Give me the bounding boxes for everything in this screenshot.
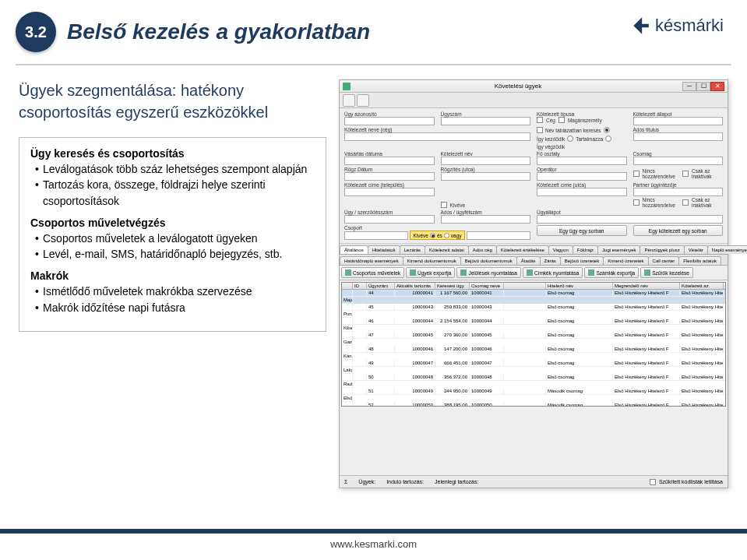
table-row[interactable]: 4710000045270 360,0010000045Első csomagE… (342, 332, 725, 346)
action-button[interactable]: Csoportos műveletek (341, 267, 404, 278)
table-row[interactable]: 5210000050388 195,0010000050Második csom… (342, 402, 725, 407)
input-kotcimu[interactable] (537, 188, 627, 196)
column-header[interactable] (342, 283, 353, 289)
action-button[interactable]: Számlák exportja (584, 267, 639, 278)
radio-es[interactable] (430, 233, 435, 238)
btn-egykotsor[interactable]: Egy kötelezett egy sorban (633, 225, 724, 236)
column-header[interactable]: Csomag neve (470, 283, 504, 289)
tab[interactable]: Határidőnapló események (340, 256, 403, 265)
radio-tartalmaz[interactable] (567, 136, 573, 142)
radio-vagy[interactable] (444, 233, 449, 238)
input-ugyazonosito[interactable] (344, 117, 435, 125)
input-kot-allapot[interactable] (633, 117, 724, 125)
action-button[interactable]: Jelölések nyomtatása (456, 267, 521, 278)
tab[interactable]: Kötelezett adatai (425, 245, 469, 254)
column-header[interactable]: Hitelező név (546, 283, 613, 289)
input-rogzalk[interactable] (441, 172, 531, 181)
tab[interactable]: Vagyon (548, 245, 573, 254)
table-cell: Első csomag (546, 374, 613, 381)
table-row[interactable]: 4510000043250 833,0010000043Első csomagE… (342, 304, 725, 318)
table-row[interactable]: 5010000048356 372,0010000048Első csomagE… (342, 374, 725, 388)
column-header[interactable]: Aktuális tartozás (395, 283, 435, 289)
table-row[interactable]: 5110000049244 950,0010000049Második csom… (342, 388, 725, 402)
checkbox-csakin2[interactable] (682, 199, 689, 206)
tab[interactable]: Kötelezett értékelése (496, 245, 549, 254)
column-header[interactable]: Kötelezett neve (724, 283, 726, 289)
table-cell: Első Hiszékeny Hitelező F (613, 304, 680, 311)
table-row[interactable]: 46100000442 154 554,0010000044Első csoma… (342, 318, 725, 332)
maximize-button[interactable]: ☐ (696, 82, 710, 91)
tab[interactable]: Flexibilis adatok (678, 256, 721, 265)
column-header[interactable]: Kötelezett az. (680, 283, 724, 289)
tab[interactable]: Bejövő dokumentumok (460, 256, 517, 265)
tab[interactable]: Pénzügyek plusz (640, 245, 684, 254)
radio-igyveg[interactable] (605, 136, 611, 142)
input-ugyszerz[interactable] (344, 215, 435, 224)
column-header[interactable]: Keresési ügy (435, 283, 470, 289)
input-vasdatum[interactable] (344, 157, 435, 165)
action-button[interactable]: Szűrők kezelése (640, 267, 693, 278)
tab[interactable]: Hiteladatok (368, 245, 400, 254)
table-row[interactable]: 4910000047666 451,0010000047Első csomagE… (342, 360, 725, 374)
table-cell (504, 374, 546, 381)
box-list: Leválogatások több száz lehetséges szemp… (30, 161, 315, 209)
tab[interactable]: Általános (340, 245, 368, 254)
tab[interactable]: Földrajz (573, 245, 598, 254)
checkbox-nincshozz[interactable] (633, 171, 640, 177)
tab[interactable]: Lezárás (400, 245, 425, 254)
toolbar-button[interactable] (357, 94, 369, 107)
input-csoport2[interactable] (467, 231, 530, 240)
input-kotnev[interactable] (344, 132, 530, 141)
input-ugyszam[interactable] (441, 117, 531, 125)
table-cell: Kandúr Barnabás (342, 353, 353, 360)
table-cell (353, 402, 367, 407)
checkbox-nincshozz2[interactable] (633, 199, 640, 206)
toolbar-button[interactable] (343, 94, 355, 107)
checkbox-magansz[interactable] (558, 117, 565, 123)
input-kotcimt[interactable] (344, 188, 435, 196)
checkbox-nevtabl[interactable] (537, 127, 543, 133)
table-row[interactable]: 44100000411 167 560,0010000041Első csoma… (342, 290, 725, 304)
close-button[interactable]: ✕ (710, 82, 724, 91)
tab[interactable]: Napló események (707, 245, 747, 254)
action-button[interactable]: Címkék nyomtatása (523, 267, 583, 278)
tab[interactable]: Jogi események (597, 245, 640, 254)
tab[interactable]: Adós cég (468, 245, 497, 254)
box-heading: Ügy keresés és csoportosítás (30, 147, 315, 160)
input-csoport[interactable] (344, 231, 408, 240)
input-fooszt[interactable] (537, 157, 627, 165)
radio-igykezd[interactable] (604, 127, 610, 133)
checkbox-szukit[interactable] (650, 479, 656, 485)
table-cell (353, 388, 367, 395)
checkbox-kiveve[interactable] (441, 202, 447, 208)
column-header[interactable]: ID (353, 283, 367, 289)
tab[interactable]: Bejövő üzenetek (560, 256, 604, 265)
checkbox-ceg[interactable] (537, 117, 543, 123)
input-ugyallapot[interactable] (537, 215, 723, 224)
input-adostitulus[interactable] (633, 132, 724, 141)
table-cell: 10000048 (470, 374, 504, 381)
tab[interactable]: Zárás (540, 256, 561, 265)
table-cell: Második csomag (546, 402, 613, 407)
column-header[interactable]: Megrendelő név (613, 283, 680, 289)
btn-egyugysor[interactable]: Egy ügy egy sorban (537, 225, 627, 236)
column-header[interactable] (504, 283, 546, 289)
minimize-button[interactable]: ─ (682, 82, 696, 91)
tab[interactable]: Vételár (684, 245, 708, 254)
tab[interactable]: Call center (648, 256, 680, 265)
input-operator[interactable] (537, 172, 627, 181)
table-cell: 562 (724, 402, 726, 407)
input-kotelnev[interactable] (441, 157, 531, 165)
input-rogzdat[interactable] (344, 172, 435, 181)
checkbox-csakin[interactable] (682, 171, 689, 177)
column-header[interactable]: Ügyszám (367, 283, 395, 289)
tab[interactable]: Átadás (516, 256, 541, 265)
input-partner[interactable] (633, 188, 724, 196)
action-button[interactable]: Ügyek exportja (406, 267, 455, 278)
tab[interactable]: Kimenő üzenetek (603, 256, 648, 265)
input-csomag[interactable] (633, 157, 724, 165)
input-adosugy[interactable] (441, 215, 531, 224)
table-cell (342, 332, 353, 339)
tab[interactable]: Kimenő dokumentumok (403, 256, 461, 265)
table-row[interactable]: 4810000046147 200,0010000046Első csomagE… (342, 346, 725, 360)
